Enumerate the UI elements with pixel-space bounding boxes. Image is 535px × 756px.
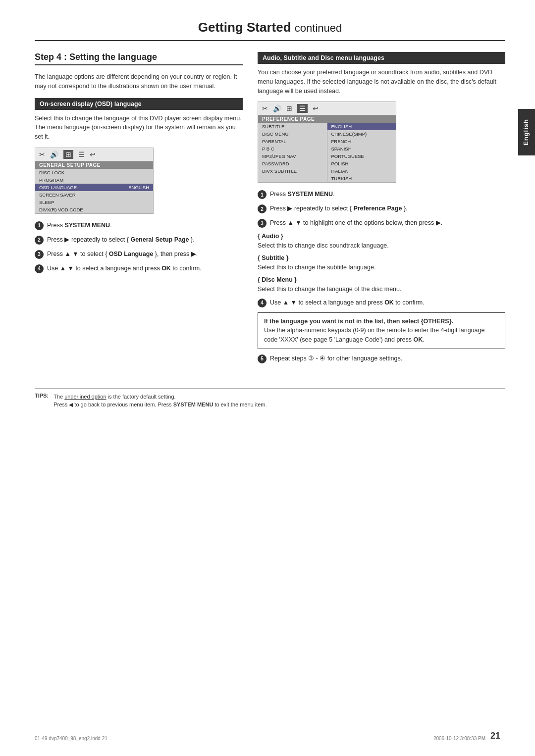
footer-left: 01-49 dvp7400_98_eng2.indd 21 bbox=[35, 736, 107, 741]
page-number: 21 bbox=[490, 731, 500, 741]
osd-row-program: PROGRAM bbox=[35, 176, 153, 184]
tips-label: TIPS: bbox=[35, 393, 49, 409]
english-tab: English bbox=[518, 109, 535, 155]
subtitle-desc: Select this to change the subtitle langu… bbox=[258, 263, 505, 272]
steps-list-left: 1 Press SYSTEM MENU. 2 Press ▶ repeatedl… bbox=[35, 221, 243, 273]
pref-menu: ✂ 🔊 ⊞ ☰ ↩ PREFERENCE PAGE SUBTITLE DISC … bbox=[258, 101, 396, 183]
step-circle-3: 3 bbox=[35, 250, 44, 259]
osd-row-sleep: SLEEP bbox=[35, 199, 153, 206]
pref-icon-settings: ⊞ bbox=[286, 104, 292, 112]
step-text-1: Press SYSTEM MENU. bbox=[47, 221, 243, 230]
pref-row-italian: ITALIAN bbox=[327, 167, 396, 175]
pref-row-english: ENGLISH bbox=[327, 123, 396, 130]
right-step-4: 4 Use ▲ ▼ to select a language and press… bbox=[258, 298, 505, 307]
pref-icon-display: ☰ bbox=[297, 104, 308, 113]
warning-bold: If the language you want is not in the l… bbox=[264, 318, 453, 325]
right-step-circle-1: 1 bbox=[258, 190, 267, 199]
pref-menu-rows: SUBTITLE DISC MENU PARENTAL P B C MP3/JP… bbox=[258, 123, 396, 182]
pref-row-spanish: SPANISH bbox=[327, 145, 396, 152]
osd-menu-rows: DISC LOCK PROGRAM OSD LANGUAGE ENGLISH S… bbox=[35, 169, 153, 213]
osd-row-screensaver: SCREEN SAVER bbox=[35, 191, 153, 199]
pref-row-portuguese: PORTUGUESE bbox=[327, 152, 396, 160]
tips-line2: Press ◀ to go back to previous menu item… bbox=[54, 402, 267, 407]
page-title: Getting Started continued bbox=[35, 20, 505, 41]
pref-row-discmenu: DISC MENU bbox=[258, 130, 327, 138]
pref-row-turkish: TURKISH bbox=[327, 175, 396, 182]
pref-row-mp3: MP3/JPEG NAV bbox=[258, 152, 327, 160]
right-step-circle-2: 2 bbox=[258, 204, 267, 213]
pref-col-left: SUBTITLE DISC MENU PARENTAL P B C MP3/JP… bbox=[258, 123, 327, 182]
step-heading: Step 4 : Setting the language bbox=[35, 52, 243, 65]
title-bold: Getting Started bbox=[198, 20, 291, 35]
right-step-text-5: Repeat steps ③ - ④ for other language se… bbox=[270, 354, 505, 363]
tips-box: TIPS: The underlined option is the facto… bbox=[35, 388, 505, 409]
right-step-5: 5 Repeat steps ③ - ④ for other language … bbox=[258, 354, 505, 363]
warning-text: Use the alpha-numeric keypads (0-9) on t… bbox=[264, 327, 484, 343]
warning-box: If the language you want is not in the l… bbox=[258, 312, 505, 349]
right-step-1: 1 Press SYSTEM MENU. bbox=[258, 190, 505, 199]
right-step-text-4: Use ▲ ▼ to select a language and press O… bbox=[270, 298, 505, 307]
osd-icon-return: ↩ bbox=[90, 151, 96, 158]
osd-row-osdlang: OSD LANGUAGE ENGLISH bbox=[35, 184, 153, 191]
title-continued: continued bbox=[295, 22, 342, 34]
osd-row-divx: DIVX(R) VOD CODE bbox=[35, 206, 153, 213]
audio-section: { Audio } Select this to change disc sou… bbox=[258, 233, 505, 251]
intro-text: The language options are different depen… bbox=[35, 72, 243, 91]
left-column: Step 4 : Setting the language The langua… bbox=[35, 52, 243, 368]
footer-right: 2006-10-12 3:08:33 PM bbox=[433, 736, 485, 741]
step-text-3: Press ▲ ▼ to select { OSD Language }, th… bbox=[47, 250, 243, 259]
pref-row-subtitle: SUBTITLE bbox=[258, 123, 327, 130]
step-text-4: Use ▲ ▼ to select a language and press O… bbox=[47, 264, 243, 273]
two-col-layout: Step 4 : Setting the language The langua… bbox=[35, 52, 505, 368]
steps-list-right-3: 5 Repeat steps ③ - ④ for other language … bbox=[258, 354, 505, 363]
right-step-text-3: Press ▲ ▼ to highlight one of the option… bbox=[270, 218, 505, 228]
steps-list-right: 1 Press SYSTEM MENU. 2 Press ▶ repeatedl… bbox=[258, 190, 505, 228]
step-circle-4: 4 bbox=[35, 264, 44, 273]
step-text-2: Press ▶ repeatedly to select { General S… bbox=[47, 235, 243, 245]
right-step-2: 2 Press ▶ repeatedly to select { Prefere… bbox=[258, 204, 505, 213]
audio-title: { Audio } bbox=[258, 233, 505, 240]
osd-menu: ✂ 🔊 ⊞ ☰ ↩ GENERAL SETUP PAGE DISC LOCK P… bbox=[35, 148, 154, 214]
osd-row-disclock: DISC LOCK bbox=[35, 169, 153, 176]
step-2-left: 2 Press ▶ repeatedly to select { General… bbox=[35, 235, 243, 245]
right-step-circle-4: 4 bbox=[258, 299, 267, 307]
osd-icon-settings: ⊞ bbox=[63, 150, 73, 159]
right-step-text-2: Press ▶ repeatedly to select { Preferenc… bbox=[270, 204, 505, 213]
right-step-3: 3 Press ▲ ▼ to highlight one of the opti… bbox=[258, 218, 505, 228]
discmenu-title: { Disc Menu } bbox=[258, 276, 505, 283]
audio-desc: Select this to change disc soundtrack la… bbox=[258, 241, 505, 251]
right-step-text-1: Press SYSTEM MENU. bbox=[270, 190, 505, 199]
right-column: Audio, Subtitle and Disc menu languages … bbox=[258, 52, 505, 368]
right-step-circle-3: 3 bbox=[258, 219, 267, 228]
osd-icon-tools: ✂ bbox=[39, 151, 45, 158]
pref-row-parental: PARENTAL bbox=[258, 138, 327, 145]
pref-menu-icons: ✂ 🔊 ⊞ ☰ ↩ bbox=[258, 102, 396, 115]
step-circle-1: 1 bbox=[35, 221, 44, 230]
osd-section-header: On-screen display (OSD) language bbox=[35, 98, 243, 110]
right-intro-text: You can choose your preferred language o… bbox=[258, 68, 505, 96]
pref-row-polish: POLISH bbox=[327, 160, 396, 167]
pref-row-pbc: P B C bbox=[258, 145, 327, 152]
pref-icon-audio: 🔊 bbox=[273, 104, 281, 112]
discmenu-section: { Disc Menu } Select this to change the … bbox=[258, 276, 505, 294]
pref-col-right: ENGLISH CHINESE(SIMP) FRENCH SPANISH POR… bbox=[327, 123, 396, 182]
step-1-left: 1 Press SYSTEM MENU. bbox=[35, 221, 243, 230]
page-container: English Getting Started continued Step 4… bbox=[0, 0, 535, 756]
subtitle-section: { Subtitle } Select this to change the s… bbox=[258, 254, 505, 272]
step-circle-2: 2 bbox=[35, 236, 44, 245]
osd-icon-audio: 🔊 bbox=[50, 151, 58, 158]
step-3-left: 3 Press ▲ ▼ to select { OSD Language }, … bbox=[35, 250, 243, 259]
pref-menu-title: PREFERENCE PAGE bbox=[258, 115, 396, 123]
osd-menu-title: GENERAL SETUP PAGE bbox=[35, 161, 153, 169]
osd-icon-display: ☰ bbox=[78, 151, 85, 158]
subtitle-title: { Subtitle } bbox=[258, 254, 505, 261]
osd-menu-icons: ✂ 🔊 ⊞ ☰ ↩ bbox=[35, 148, 153, 161]
pref-icon-return: ↩ bbox=[313, 104, 319, 112]
steps-list-right-2: 4 Use ▲ ▼ to select a language and press… bbox=[258, 298, 505, 307]
pref-row-password: PASSWORD bbox=[258, 160, 327, 167]
pref-icon-tools: ✂ bbox=[262, 104, 268, 112]
right-step-circle-5: 5 bbox=[258, 354, 267, 363]
pref-row-french: FRENCH bbox=[327, 138, 396, 145]
osd-section-text: Select this to change the language of th… bbox=[35, 114, 243, 142]
right-section-header: Audio, Subtitle and Disc menu languages bbox=[258, 52, 505, 64]
